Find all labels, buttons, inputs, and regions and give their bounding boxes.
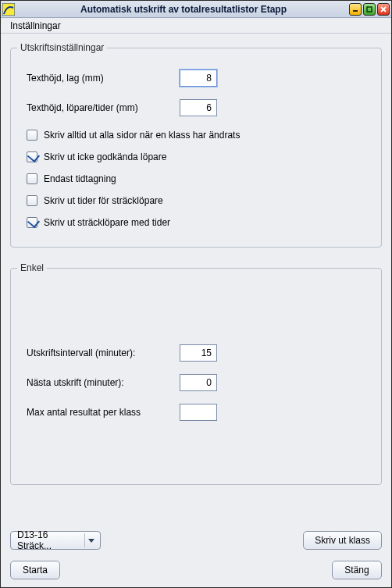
input-max-results[interactable] [180,404,217,421]
input-print-interval[interactable] [180,344,217,362]
bottom-bar: D13-16 Sträck... Skriv ut klass Starta S… [10,531,382,579]
label-print-leg-with-times: Skriv ut sträcklöpare med tider [44,217,170,228]
chevron-down-icon [88,539,94,543]
close-button[interactable] [377,3,390,16]
start-button[interactable]: Starta [10,561,60,579]
client-area: Utskriftsinställningar Texthöjd, lag (mm… [1,34,391,587]
checkbox-print-times-leg[interactable] [27,195,37,206]
checkbox-timing-only[interactable] [27,173,37,184]
minimize-icon [352,6,358,12]
label-next-print: Nästa utskrift (minuter): [27,377,180,388]
class-combo[interactable]: D13-16 Sträck... [10,531,101,550]
checkbox-print-all-pages[interactable] [27,130,37,141]
window-title: Automatisk utskrift av totalresultatlist… [18,4,349,15]
input-text-height-runner[interactable] [180,99,217,116]
label-print-all-pages: Skriv alltid ut alla sidor när en klass … [44,130,240,141]
menubar: Inställningar [1,18,391,34]
minimize-button[interactable] [349,3,362,16]
group-simple: Enkel Utskriftsintervall (minuter): Näst… [10,268,382,485]
window-root: Automatisk utskrift av totalresultatlist… [0,0,392,588]
label-timing-only: Endast tidtagning [44,173,116,184]
label-text-height-runner: Texthöjd, löpare/tider (mm) [27,102,180,113]
label-print-interval: Utskriftsintervall (minuter): [27,347,180,358]
menu-settings[interactable]: Inställningar [5,19,66,33]
svg-rect-1 [353,10,358,12]
label-print-not-approved: Skriv ut icke godkända löpare [44,151,166,162]
input-next-print[interactable] [180,374,217,391]
checkbox-print-leg-with-times[interactable] [27,217,37,228]
label-text-height-team: Texthöjd, lag (mm) [27,73,180,84]
window-buttons [349,3,390,16]
class-combo-value: D13-16 Sträck... [17,529,84,551]
group-simple-legend: Enkel [17,262,47,273]
close-icon [380,6,387,12]
group-print-legend: Utskriftsinställningar [17,42,107,53]
group-print-settings: Utskriftsinställningar Texthöjd, lag (mm… [10,48,382,248]
checkbox-print-not-approved[interactable] [27,151,37,162]
app-icon [2,3,15,16]
print-class-button[interactable]: Skriv ut klass [303,531,382,550]
class-combo-chevron[interactable] [84,533,97,547]
titlebar: Automatisk utskrift av totalresultatlist… [1,1,391,18]
svg-rect-2 [367,7,372,12]
label-print-times-leg: Skriv ut tider för sträcklöpare [44,195,163,206]
label-max-results: Max antal resultat per klass [27,407,180,418]
input-text-height-team[interactable] [180,69,217,87]
maximize-icon [366,6,372,12]
maximize-button[interactable] [363,3,376,16]
close-window-button[interactable]: Stäng [332,561,382,579]
